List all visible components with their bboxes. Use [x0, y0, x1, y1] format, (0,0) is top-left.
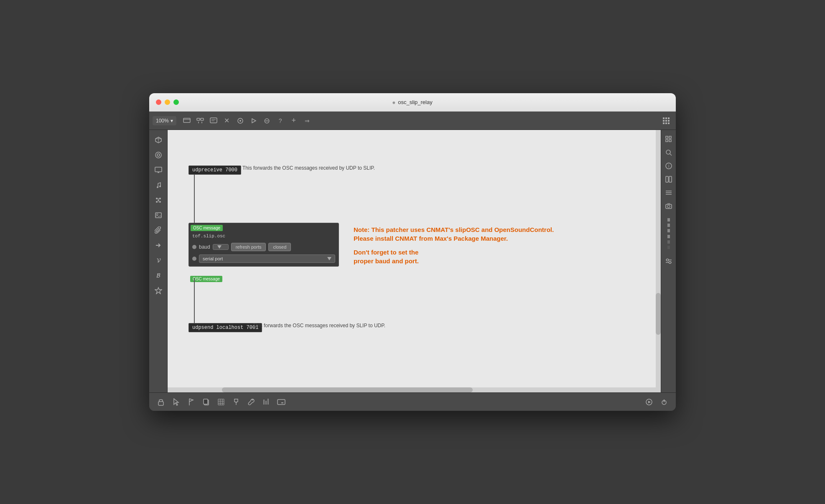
- sidebar-icon-star[interactable]: [152, 284, 165, 297]
- svg-rect-0: [183, 118, 190, 122]
- refresh-ports-button[interactable]: refresh ports: [231, 243, 266, 251]
- meter-bar-2: [667, 224, 670, 227]
- svg-rect-13: [665, 117, 667, 119]
- right-icon-sliders[interactable]: [663, 255, 675, 267]
- toolbar-grid-btn[interactable]: [660, 115, 672, 127]
- svg-rect-6: [210, 118, 217, 123]
- toolbar-btn-help[interactable]: ?: [274, 115, 287, 127]
- flag-button[interactable]: [184, 395, 198, 409]
- toolbar-btn-1[interactable]: [181, 115, 193, 127]
- meter-bar-4: [667, 235, 670, 238]
- play-bottom-button[interactable]: [642, 395, 656, 409]
- svg-point-47: [666, 150, 670, 154]
- sidebar-icon-b-circle[interactable]: 𝓑: [152, 269, 165, 282]
- maximize-button[interactable]: [173, 99, 179, 105]
- udpreceive-object[interactable]: udpreceive 7000: [188, 165, 241, 175]
- toolbar-btn-2[interactable]: [194, 115, 206, 127]
- svg-rect-77: [267, 399, 269, 405]
- scrollbar-thumb-v[interactable]: [656, 293, 661, 335]
- sidebar-icon-image[interactable]: [152, 209, 165, 222]
- udpreceive-comment: This forwards the OSC messages received …: [241, 163, 377, 173]
- right-icon-camera[interactable]: [663, 200, 675, 212]
- sidebar-icon-cube[interactable]: [152, 133, 165, 147]
- svg-rect-51: [666, 176, 668, 182]
- slip-osc-tag-top: OSC message: [189, 223, 339, 233]
- titlebar: ⎈ osc_slip_relay: [149, 93, 676, 112]
- svg-rect-52: [669, 176, 672, 182]
- right-icon-search[interactable]: [663, 147, 675, 158]
- pin-button[interactable]: [229, 395, 243, 409]
- svg-rect-43: [666, 136, 668, 138]
- sidebar-icon-target[interactable]: [152, 148, 165, 162]
- right-icon-grid[interactable]: [663, 133, 675, 145]
- svg-rect-65: [204, 399, 208, 404]
- sidebar-icon-paperclip[interactable]: [152, 224, 165, 237]
- svg-rect-46: [669, 140, 671, 142]
- slip-panel-controls: baud refresh ports closed: [189, 241, 339, 253]
- toolbar-btn-circle[interactable]: [234, 115, 247, 127]
- select-button[interactable]: [169, 395, 183, 409]
- svg-point-24: [155, 152, 161, 158]
- svg-rect-14: [668, 117, 670, 119]
- vertical-scrollbar[interactable]: [656, 130, 661, 387]
- copy-button[interactable]: [199, 395, 213, 409]
- note-line2: Don't forget to set theproper baud and p…: [354, 248, 554, 265]
- svg-rect-44: [669, 136, 671, 138]
- meter-bar-6: [667, 246, 670, 249]
- close-button[interactable]: [156, 99, 161, 105]
- right-sidebar: i: [661, 130, 676, 392]
- svg-marker-42: [327, 257, 331, 260]
- svg-rect-62: [158, 402, 163, 405]
- closed-button[interactable]: closed: [268, 243, 291, 251]
- port-dropdown[interactable]: serial port: [199, 255, 335, 263]
- bars-button[interactable]: [260, 395, 273, 409]
- minimize-button[interactable]: [165, 99, 170, 105]
- svg-rect-16: [665, 120, 667, 122]
- svg-marker-86: [648, 401, 651, 403]
- sidebar-icon-music[interactable]: [152, 178, 165, 192]
- toolbar-btn-play[interactable]: [247, 115, 260, 127]
- connection-line-top: [194, 174, 195, 227]
- svg-point-10: [239, 120, 241, 122]
- sidebar-icon-arrow[interactable]: [152, 239, 165, 252]
- left-sidebar: 𝓥 𝓑: [149, 130, 168, 392]
- svg-rect-2: [197, 118, 200, 120]
- power-button[interactable]: [657, 395, 671, 409]
- meter-bar-3: [667, 229, 670, 232]
- window-title: ⎈ osc_slip_relay: [392, 99, 432, 105]
- zoom-control[interactable]: 100% ▾: [153, 116, 176, 125]
- svg-rect-75: [263, 400, 265, 405]
- meter-bar-5: [667, 240, 670, 244]
- right-icon-list[interactable]: [663, 187, 675, 199]
- note-text: Note: This patcher uses CNMAT's slipOSC …: [354, 225, 554, 265]
- right-icon-info[interactable]: i: [663, 160, 675, 172]
- grid-button[interactable]: [214, 395, 228, 409]
- svg-point-57: [667, 205, 670, 208]
- baud-dropdown[interactable]: [213, 244, 229, 250]
- svg-marker-41: [217, 245, 222, 249]
- canvas: udpreceive 7000 This forwards the OSC me…: [168, 130, 661, 392]
- toolbar-btn-x[interactable]: ✕: [221, 115, 233, 127]
- svg-point-29: [157, 186, 158, 188]
- level-meter: [663, 217, 675, 250]
- sidebar-icon-dots-grid[interactable]: [152, 193, 165, 207]
- right-icon-columns[interactable]: [663, 173, 675, 185]
- svg-point-25: [157, 154, 160, 156]
- lock-button[interactable]: [154, 395, 168, 409]
- svg-rect-45: [666, 140, 668, 142]
- keyboard-button[interactable]: [275, 395, 288, 409]
- horizontal-scrollbar[interactable]: [168, 387, 661, 392]
- wrench-button[interactable]: [244, 395, 258, 409]
- title-icon: ⎈: [392, 100, 395, 105]
- bottom-bar: [149, 392, 676, 411]
- toolbar-btn-message[interactable]: [207, 115, 220, 127]
- toolbar-btn-arrow[interactable]: ⇒: [301, 115, 313, 127]
- sidebar-icon-v-circle[interactable]: 𝓥: [152, 254, 165, 267]
- toolbar-btn-add[interactable]: +: [288, 115, 300, 127]
- sidebar-icon-monitor[interactable]: [152, 163, 165, 177]
- port-indicator: [192, 257, 196, 261]
- slip-panel: OSC message tof.slip.osc baud refresh po…: [188, 223, 339, 267]
- svg-point-61: [669, 262, 671, 264]
- scrollbar-thumb-h[interactable]: [222, 387, 473, 392]
- toolbar-btn-minus[interactable]: ⊖: [261, 115, 273, 127]
